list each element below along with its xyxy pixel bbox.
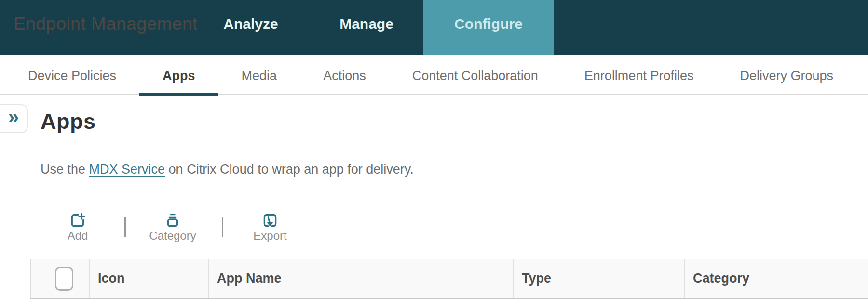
add-item-icon (69, 212, 86, 229)
topnav-item-manage[interactable]: Manage (337, 0, 396, 55)
page-title: Apps (41, 109, 96, 134)
column-header-type: Type (514, 259, 685, 298)
chevron-double-right-icon: » (8, 107, 19, 126)
apps-toolbar: Add | Category | Export (0, 212, 868, 246)
category-button-label: Category (149, 229, 196, 243)
select-all-checkbox[interactable] (55, 267, 73, 291)
toolbar-separator: | (124, 217, 126, 237)
subnav-item-apps-label: Apps (163, 68, 195, 83)
subnav-item-device-policies[interactable]: Device Policies (5, 55, 139, 95)
apps-table-header-row: Icon App Name Type Category (30, 259, 868, 299)
export-download-icon (262, 212, 278, 229)
category-stack-icon (164, 212, 181, 229)
active-tab-underline (139, 93, 218, 96)
app-brand-title: Endpoint Management (14, 0, 198, 55)
column-header-icon: Icon (90, 259, 209, 298)
subnav-item-enrollment-profiles[interactable]: Enrollment Profiles (561, 55, 717, 95)
subnav-item-apps[interactable]: Apps (139, 55, 218, 95)
top-app-bar: Endpoint Management Analyze Manage Confi… (0, 0, 868, 55)
add-button[interactable]: Add (54, 212, 102, 243)
column-header-category: Category (685, 259, 868, 298)
subnav-item-delivery-groups[interactable]: Delivery Groups (717, 55, 856, 95)
add-button-label: Add (68, 229, 88, 243)
category-button[interactable]: Category (144, 212, 202, 243)
subnav-item-media[interactable]: Media (218, 55, 300, 95)
subnav-item-actions[interactable]: Actions (300, 55, 389, 95)
topnav-item-analyze[interactable]: Analyze (222, 0, 280, 55)
mdx-service-link[interactable]: MDX Service (89, 162, 165, 177)
export-button[interactable]: Export (246, 212, 294, 243)
column-header-app-name: App Name (209, 259, 514, 298)
page-description: Use the MDX Service on Citrix Cloud to w… (41, 162, 414, 177)
subnav-item-content-collaboration[interactable]: Content Collaboration (389, 55, 561, 95)
export-button-label: Export (253, 229, 286, 243)
toolbar-separator: | (222, 217, 223, 237)
description-prefix: Use the (41, 162, 89, 177)
topnav-item-configure[interactable]: Configure (423, 0, 554, 55)
select-all-cell (31, 259, 90, 298)
configure-subnav: Device Policies Apps Media Actions Conte… (0, 55, 868, 95)
sidebar-expand-button[interactable]: » (0, 104, 28, 133)
description-suffix: on Citrix Cloud to wrap an app for deliv… (165, 162, 414, 177)
